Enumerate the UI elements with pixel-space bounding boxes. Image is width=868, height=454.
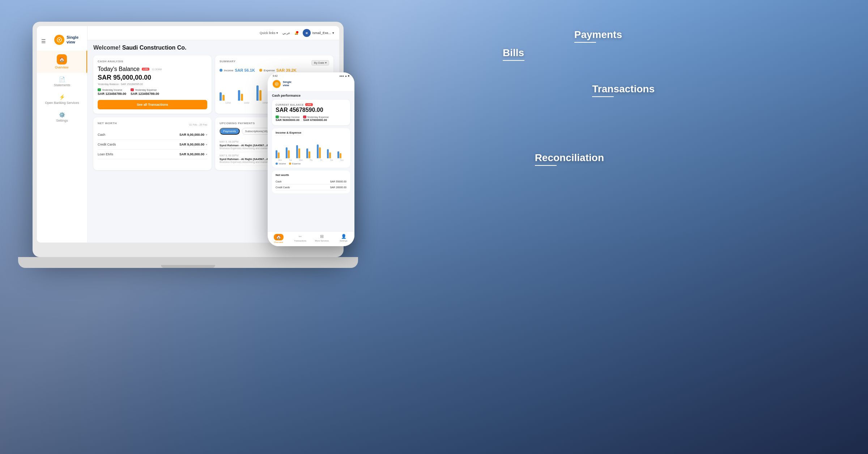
sidebar-item-settings[interactable]: ⚙️ Settings <box>37 108 87 126</box>
phone-expense-bar <box>288 150 290 158</box>
label-payments: Payments <box>574 29 622 43</box>
phone-date-label: Sun <box>337 159 346 161</box>
chevron-icon: ▾ <box>206 133 207 136</box>
phone-expense-dot <box>289 163 291 165</box>
quick-links[interactable]: Quick links ▾ <box>260 31 278 35</box>
logo-text: Single view <box>67 35 78 45</box>
arabic-toggle[interactable]: عربي <box>282 31 290 35</box>
laptop-base <box>18 257 358 268</box>
welcome-title: Welcome! Saudi Construction Co. <box>93 45 333 51</box>
phone-income-up-icon: ↑ <box>276 115 279 118</box>
expense-dot <box>259 69 262 72</box>
phone-income-bar <box>296 145 298 158</box>
phone-bar-group <box>306 148 315 159</box>
hamburger-icon[interactable]: ☰ <box>41 38 46 44</box>
todays-balance-label: Today's Balance <box>98 66 140 72</box>
payment-tab[interactable]: Payments <box>220 128 240 135</box>
expense-bar-2 <box>259 90 261 101</box>
income-bar-2 <box>256 85 259 101</box>
bar-group-1 <box>238 90 255 101</box>
user-chevron-icon: ▾ <box>332 31 334 35</box>
phone-time: 9:42 <box>273 75 278 77</box>
phone-date-label: Sat <box>327 159 336 161</box>
phone-date-label: Tue <box>286 159 295 161</box>
company-name: Saudi Construction Co. <box>122 45 187 51</box>
net-worth-header: NET WORTH 01 Feb - 29 Feb <box>98 122 207 128</box>
expense-bar-0 <box>222 95 225 101</box>
phone-chart-section: Income & Expense MonTueWedThuFriSatSun I… <box>272 128 350 168</box>
phone-nav-item-transactions[interactable]: ↔ Transactions <box>289 234 311 243</box>
phone-expense-bar <box>319 147 321 158</box>
net-worth-row[interactable]: Credit Cards SAR 9,00,000.00 ▾ <box>98 140 207 150</box>
chevron-icon: ▾ <box>206 153 207 156</box>
phone-income-bar <box>327 149 329 158</box>
phone-nav-item-settings[interactable]: 👤 Settings <box>333 234 354 243</box>
expense-legend: Expense SAR 39.2K <box>259 68 297 72</box>
svg-point-3 <box>276 84 277 85</box>
phone-networth-list: CashSAR 55000.00Credit CardsSAR 26000.00 <box>276 179 346 190</box>
sidebar-nav: 🏠 Overview 📄 Statements ⚡ Open Banking S… <box>37 51 87 126</box>
settings-icon: ⚙️ <box>59 112 65 118</box>
yesterday-balance: Yesterday Balance : SAR 153288595.00 <box>98 83 207 85</box>
phone-expense-legend: Expense <box>289 163 301 165</box>
expense-bar-1 <box>241 94 243 101</box>
phone-live-badge: LIVE <box>305 103 313 106</box>
phone-income-bar <box>337 151 339 158</box>
phone-income-bar <box>306 148 308 159</box>
income-bar-1 <box>238 90 240 101</box>
net-worth-card: NET WORTH 01 Feb - 29 Feb Cash SAR 9,00,… <box>93 117 212 170</box>
label-transactions: Transactions <box>592 83 655 97</box>
chart-date-label: 12/02 <box>220 102 237 104</box>
phone-bar-chart <box>276 136 346 158</box>
phone-yesterday-income: ↑ Yesterday Income SAR 56900000.00 <box>276 115 299 122</box>
phone-date-label: Wed <box>296 159 305 161</box>
notif-badge <box>296 31 298 33</box>
phone-legend: Income Expense <box>276 163 346 165</box>
user-menu[interactable]: IE Ismail_Exe... ▾ <box>303 29 334 37</box>
phone-date-label: Mon <box>276 159 285 161</box>
income-up-icon: ↑ <box>98 88 101 91</box>
notification-bell[interactable]: 🔔 <box>294 31 298 35</box>
see-all-transactions-button[interactable]: See all Transactions <box>98 100 207 109</box>
phone-nav-icon: ↔ <box>298 234 302 239</box>
phone-networth-row: CashSAR 55000.00 <box>276 179 346 185</box>
net-worth-row[interactable]: Loan EMIs SAR 9,00,000.00 ▾ <box>98 150 207 159</box>
phone-header: Single view <box>268 79 354 91</box>
sidebar-item-statements[interactable]: 📄 Statements <box>37 73 87 91</box>
chevron-icon: ▾ <box>206 143 207 146</box>
summary-title: SUMMARY <box>220 60 236 63</box>
net-worth-row[interactable]: Cash SAR 9,00,000.00 ▾ <box>98 130 207 140</box>
phone-expense-bar <box>309 151 310 158</box>
cash-performance-title: Cash performance <box>272 94 350 97</box>
phone-nav-item-more-services[interactable]: ⊞ More Services <box>311 234 333 243</box>
phone-signal-icons: ●●● ▲ ■ <box>339 75 349 77</box>
svg-point-1 <box>59 39 60 41</box>
balance-row: Today's Balance LIVE 11:30AM <box>98 66 207 72</box>
phone-expense-bar <box>298 148 300 159</box>
phone-bar-group <box>276 150 285 158</box>
phone-nav-icon: ⊞ <box>320 234 324 239</box>
phone-networth-row: Credit CardsSAR 26000.00 <box>276 185 346 190</box>
phone-expense-down-icon: ↓ <box>303 115 306 118</box>
phone-nav-item-overview[interactable]: 🏠 Overview <box>268 234 289 243</box>
chart-date-label: 13/02 <box>238 102 255 104</box>
phone-date-label: Fri <box>317 159 326 161</box>
phone-balance-amount: SAR 45678590.00 <box>276 107 346 113</box>
sidebar: ☰ Single view � <box>37 26 88 243</box>
statements-icon: 📄 <box>59 76 65 82</box>
phone-income-bar <box>317 144 319 159</box>
logo-icon <box>54 35 64 45</box>
time-label: 11:30AM <box>152 68 162 71</box>
phone-cash-card: CURRENT BALANCE LIVE SAR 45678590.00 ↑ Y… <box>272 100 350 125</box>
bar-group-0 <box>220 92 237 101</box>
phone-income-legend: Income <box>276 163 286 165</box>
balance-amount: SAR 95,000,00.00 <box>98 74 207 81</box>
phone-networth-title: Net worth <box>276 173 346 177</box>
phone-expense-bar <box>329 152 331 159</box>
net-worth-list: Cash SAR 9,00,000.00 ▾ Credit Cards SAR … <box>98 130 207 159</box>
open-banking-icon: ⚡ <box>59 94 65 100</box>
payment-tab[interactable]: Subscriptions(18) <box>242 128 271 135</box>
sidebar-item-open-banking[interactable]: ⚡ Open Banking Services <box>37 91 87 108</box>
sidebar-item-overview[interactable]: 🏠 Overview <box>37 51 87 73</box>
date-filter-button[interactable]: By Date ▾ <box>311 60 329 66</box>
